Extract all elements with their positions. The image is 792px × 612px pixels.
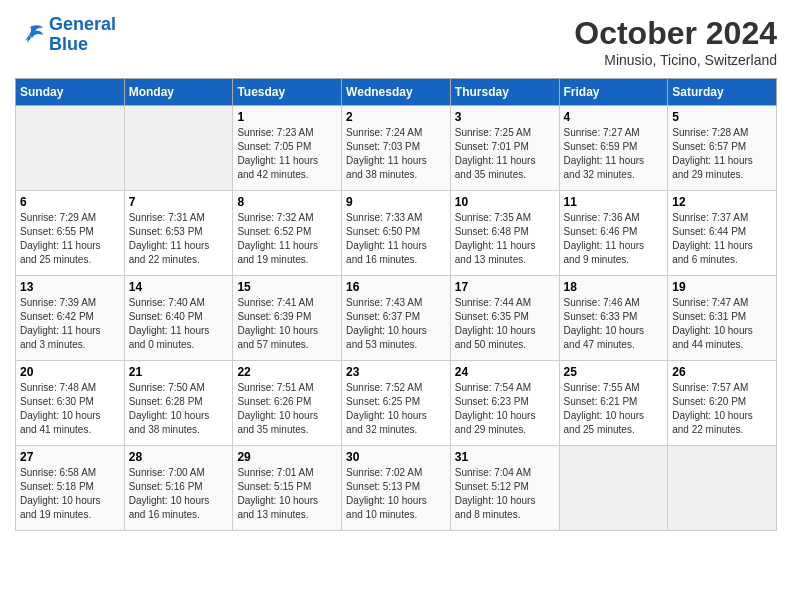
calendar-cell: 11Sunrise: 7:36 AMSunset: 6:46 PMDayligh… [559,191,668,276]
day-info: Sunrise: 7:51 AMSunset: 6:26 PMDaylight:… [237,381,337,437]
logo-text: General Blue [49,15,116,55]
calendar-cell: 24Sunrise: 7:54 AMSunset: 6:23 PMDayligh… [450,361,559,446]
calendar-week-row: 6Sunrise: 7:29 AMSunset: 6:55 PMDaylight… [16,191,777,276]
day-number: 24 [455,365,555,379]
day-number: 19 [672,280,772,294]
day-info: Sunrise: 7:44 AMSunset: 6:35 PMDaylight:… [455,296,555,352]
calendar-cell: 7Sunrise: 7:31 AMSunset: 6:53 PMDaylight… [124,191,233,276]
calendar-cell [16,106,125,191]
day-info: Sunrise: 7:40 AMSunset: 6:40 PMDaylight:… [129,296,229,352]
day-number: 1 [237,110,337,124]
day-header-saturday: Saturday [668,79,777,106]
month-title: October 2024 [574,15,777,52]
logo-icon [15,23,45,47]
day-info: Sunrise: 7:50 AMSunset: 6:28 PMDaylight:… [129,381,229,437]
calendar-cell: 1Sunrise: 7:23 AMSunset: 7:05 PMDaylight… [233,106,342,191]
day-info: Sunrise: 7:29 AMSunset: 6:55 PMDaylight:… [20,211,120,267]
day-number: 26 [672,365,772,379]
calendar-table: SundayMondayTuesdayWednesdayThursdayFrid… [15,78,777,531]
day-header-tuesday: Tuesday [233,79,342,106]
day-header-wednesday: Wednesday [342,79,451,106]
day-info: Sunrise: 7:02 AMSunset: 5:13 PMDaylight:… [346,466,446,522]
logo-line2: Blue [49,34,88,54]
day-info: Sunrise: 7:54 AMSunset: 6:23 PMDaylight:… [455,381,555,437]
day-info: Sunrise: 7:01 AMSunset: 5:15 PMDaylight:… [237,466,337,522]
day-info: Sunrise: 7:43 AMSunset: 6:37 PMDaylight:… [346,296,446,352]
day-info: Sunrise: 7:25 AMSunset: 7:01 PMDaylight:… [455,126,555,182]
calendar-cell: 14Sunrise: 7:40 AMSunset: 6:40 PMDayligh… [124,276,233,361]
day-number: 5 [672,110,772,124]
title-block: October 2024 Minusio, Ticino, Switzerlan… [574,15,777,68]
day-info: Sunrise: 7:57 AMSunset: 6:20 PMDaylight:… [672,381,772,437]
calendar-cell: 26Sunrise: 7:57 AMSunset: 6:20 PMDayligh… [668,361,777,446]
day-info: Sunrise: 7:04 AMSunset: 5:12 PMDaylight:… [455,466,555,522]
calendar-cell: 6Sunrise: 7:29 AMSunset: 6:55 PMDaylight… [16,191,125,276]
day-number: 12 [672,195,772,209]
day-number: 11 [564,195,664,209]
day-number: 28 [129,450,229,464]
day-number: 18 [564,280,664,294]
calendar-week-row: 27Sunrise: 6:58 AMSunset: 5:18 PMDayligh… [16,446,777,531]
day-number: 4 [564,110,664,124]
calendar-cell: 12Sunrise: 7:37 AMSunset: 6:44 PMDayligh… [668,191,777,276]
day-info: Sunrise: 7:23 AMSunset: 7:05 PMDaylight:… [237,126,337,182]
day-info: Sunrise: 7:27 AMSunset: 6:59 PMDaylight:… [564,126,664,182]
day-number: 17 [455,280,555,294]
day-number: 2 [346,110,446,124]
day-info: Sunrise: 7:00 AMSunset: 5:16 PMDaylight:… [129,466,229,522]
day-header-friday: Friday [559,79,668,106]
day-info: Sunrise: 7:32 AMSunset: 6:52 PMDaylight:… [237,211,337,267]
day-number: 8 [237,195,337,209]
day-number: 25 [564,365,664,379]
day-info: Sunrise: 7:37 AMSunset: 6:44 PMDaylight:… [672,211,772,267]
day-header-monday: Monday [124,79,233,106]
calendar-cell: 8Sunrise: 7:32 AMSunset: 6:52 PMDaylight… [233,191,342,276]
calendar-cell: 17Sunrise: 7:44 AMSunset: 6:35 PMDayligh… [450,276,559,361]
day-number: 10 [455,195,555,209]
calendar-cell: 25Sunrise: 7:55 AMSunset: 6:21 PMDayligh… [559,361,668,446]
calendar-cell: 10Sunrise: 7:35 AMSunset: 6:48 PMDayligh… [450,191,559,276]
day-info: Sunrise: 7:28 AMSunset: 6:57 PMDaylight:… [672,126,772,182]
day-number: 21 [129,365,229,379]
day-info: Sunrise: 7:47 AMSunset: 6:31 PMDaylight:… [672,296,772,352]
calendar-cell: 13Sunrise: 7:39 AMSunset: 6:42 PMDayligh… [16,276,125,361]
calendar-cell: 2Sunrise: 7:24 AMSunset: 7:03 PMDaylight… [342,106,451,191]
day-info: Sunrise: 7:39 AMSunset: 6:42 PMDaylight:… [20,296,120,352]
calendar-cell: 18Sunrise: 7:46 AMSunset: 6:33 PMDayligh… [559,276,668,361]
day-info: Sunrise: 7:52 AMSunset: 6:25 PMDaylight:… [346,381,446,437]
day-number: 22 [237,365,337,379]
calendar-cell: 29Sunrise: 7:01 AMSunset: 5:15 PMDayligh… [233,446,342,531]
day-number: 20 [20,365,120,379]
day-info: Sunrise: 7:36 AMSunset: 6:46 PMDaylight:… [564,211,664,267]
calendar-cell [124,106,233,191]
calendar-cell: 3Sunrise: 7:25 AMSunset: 7:01 PMDaylight… [450,106,559,191]
day-number: 30 [346,450,446,464]
calendar-cell: 31Sunrise: 7:04 AMSunset: 5:12 PMDayligh… [450,446,559,531]
calendar-cell: 22Sunrise: 7:51 AMSunset: 6:26 PMDayligh… [233,361,342,446]
location-text: Minusio, Ticino, Switzerland [574,52,777,68]
calendar-header-row: SundayMondayTuesdayWednesdayThursdayFrid… [16,79,777,106]
day-header-thursday: Thursday [450,79,559,106]
day-number: 7 [129,195,229,209]
calendar-cell: 9Sunrise: 7:33 AMSunset: 6:50 PMDaylight… [342,191,451,276]
calendar-cell: 21Sunrise: 7:50 AMSunset: 6:28 PMDayligh… [124,361,233,446]
day-info: Sunrise: 7:31 AMSunset: 6:53 PMDaylight:… [129,211,229,267]
page-header: General Blue October 2024 Minusio, Ticin… [15,15,777,68]
day-info: Sunrise: 7:55 AMSunset: 6:21 PMDaylight:… [564,381,664,437]
day-info: Sunrise: 7:48 AMSunset: 6:30 PMDaylight:… [20,381,120,437]
day-number: 27 [20,450,120,464]
calendar-cell: 15Sunrise: 7:41 AMSunset: 6:39 PMDayligh… [233,276,342,361]
day-info: Sunrise: 7:46 AMSunset: 6:33 PMDaylight:… [564,296,664,352]
day-number: 16 [346,280,446,294]
calendar-cell [668,446,777,531]
day-number: 29 [237,450,337,464]
day-number: 3 [455,110,555,124]
day-info: Sunrise: 6:58 AMSunset: 5:18 PMDaylight:… [20,466,120,522]
day-number: 14 [129,280,229,294]
calendar-cell: 5Sunrise: 7:28 AMSunset: 6:57 PMDaylight… [668,106,777,191]
calendar-cell: 23Sunrise: 7:52 AMSunset: 6:25 PMDayligh… [342,361,451,446]
day-info: Sunrise: 7:33 AMSunset: 6:50 PMDaylight:… [346,211,446,267]
day-number: 31 [455,450,555,464]
calendar-cell: 4Sunrise: 7:27 AMSunset: 6:59 PMDaylight… [559,106,668,191]
day-info: Sunrise: 7:24 AMSunset: 7:03 PMDaylight:… [346,126,446,182]
